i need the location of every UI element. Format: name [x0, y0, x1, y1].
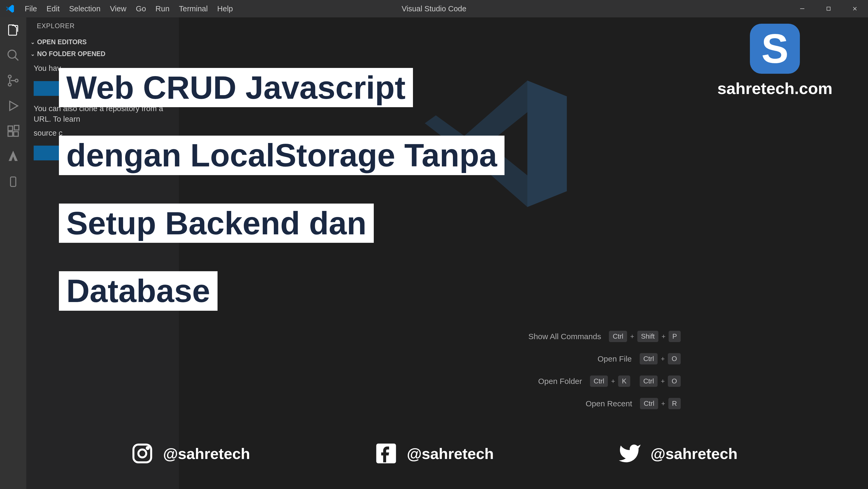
maximize-button[interactable]	[815, 0, 842, 18]
facebook-icon	[374, 441, 398, 465]
activity-bar	[0, 18, 26, 489]
key: Shift	[637, 331, 658, 342]
sidebar-no-folder[interactable]: ⌄NO FOLDER OPENED	[26, 48, 179, 60]
key: Ctrl	[590, 375, 608, 387]
key: P	[669, 331, 680, 342]
social-twitter: @sahretech	[618, 441, 738, 465]
minimize-button[interactable]	[789, 0, 815, 18]
vscode-app-icon	[5, 3, 15, 14]
social-handle: @sahretech	[407, 445, 494, 462]
menu-run[interactable]: Run	[151, 2, 174, 16]
key: Ctrl	[609, 331, 627, 342]
svg-rect-0	[800, 8, 804, 9]
title-line-4: Database	[59, 271, 218, 311]
svg-rect-1	[827, 7, 830, 10]
svg-rect-6	[8, 126, 12, 131]
extensions-icon[interactable]	[6, 124, 21, 139]
shortcut-show-commands: Show All Commands Ctrl + Shift + P	[482, 331, 681, 342]
svg-point-5	[15, 79, 18, 82]
shortcut-open-folder: Open Folder Ctrl + K Ctrl + O	[482, 375, 681, 387]
source-control-icon[interactable]	[6, 73, 21, 88]
svg-rect-9	[14, 125, 19, 130]
chevron-down-icon: ⌄	[31, 51, 35, 57]
azure-icon[interactable]	[6, 149, 21, 164]
svg-rect-10	[10, 177, 16, 186]
menu-go[interactable]: Go	[131, 2, 151, 16]
brand-url: sahretech.com	[717, 79, 833, 98]
brand-badge: S sahretech.com	[717, 24, 833, 98]
brand-logo-icon: S	[750, 24, 800, 74]
key: Ctrl	[640, 375, 658, 387]
search-icon[interactable]	[6, 48, 21, 63]
shortcut-open-recent: Open Recent Ctrl + R	[482, 398, 681, 409]
explorer-icon[interactable]	[6, 23, 21, 37]
social-handle: @sahretech	[163, 445, 250, 462]
shortcuts-list: Show All Commands Ctrl + Shift + P Open …	[482, 331, 681, 409]
device-icon[interactable]	[6, 174, 21, 189]
social-instagram: @sahretech	[130, 441, 250, 465]
menu-bar: File Edit Selection View Go Run Terminal…	[20, 2, 238, 16]
svg-point-12	[138, 450, 146, 457]
close-button[interactable]	[842, 0, 868, 18]
key: O	[668, 353, 680, 365]
twitter-icon	[618, 441, 642, 465]
menu-selection[interactable]: Selection	[64, 2, 105, 16]
menu-help[interactable]: Help	[213, 2, 238, 16]
social-handle: @sahretech	[650, 445, 738, 462]
run-debug-icon[interactable]	[6, 98, 21, 113]
menu-view[interactable]: View	[105, 2, 131, 16]
svg-point-13	[147, 447, 149, 449]
svg-rect-8	[14, 132, 18, 136]
menu-file[interactable]: File	[20, 2, 42, 16]
title-line-3: Setup Backend dan	[59, 204, 374, 243]
shortcut-open-file: Open File Ctrl + O	[482, 353, 681, 365]
menu-terminal[interactable]: Terminal	[174, 2, 213, 16]
chevron-down-icon: ⌄	[31, 39, 35, 45]
overlay-title: Web CRUD Javascript dengan LocalStorage …	[59, 68, 504, 311]
window-controls	[789, 0, 868, 18]
social-bar: @sahretech @sahretech @sahretech	[0, 441, 868, 465]
key: Ctrl	[640, 353, 658, 365]
key: Ctrl	[640, 398, 658, 409]
title-bar: File Edit Selection View Go Run Terminal…	[0, 0, 868, 18]
menu-edit[interactable]: Edit	[42, 2, 64, 16]
key: R	[669, 398, 681, 409]
social-facebook: @sahretech	[374, 441, 494, 465]
title-line-2: dengan LocalStorage Tanpa	[59, 136, 504, 175]
svg-point-2	[8, 50, 16, 58]
title-line-1: Web CRUD Javascript	[59, 68, 413, 107]
sidebar-title: EXPLORER	[26, 22, 179, 36]
svg-rect-7	[8, 132, 12, 136]
key: K	[618, 375, 630, 387]
window-title: Visual Studio Code	[402, 4, 466, 13]
svg-point-4	[8, 83, 11, 86]
svg-point-3	[8, 75, 11, 78]
sidebar-open-editors[interactable]: ⌄OPEN EDITORS	[26, 36, 179, 48]
key: O	[668, 375, 680, 387]
instagram-icon	[130, 441, 154, 465]
